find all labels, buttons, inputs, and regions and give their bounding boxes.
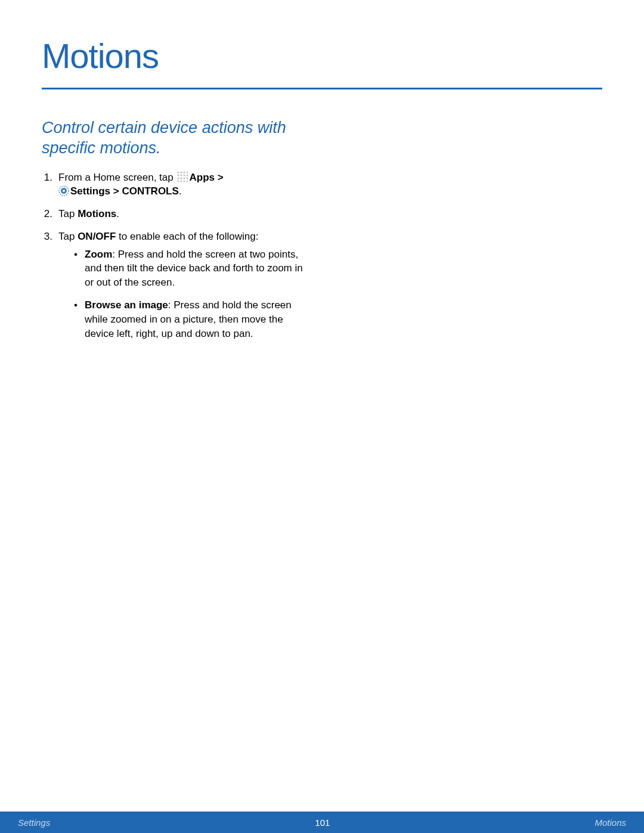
onoff-label: ON/OFF (78, 231, 116, 242)
step-number: 1. (42, 171, 58, 199)
apps-icon (177, 171, 188, 182)
svg-point-6 (184, 174, 185, 176)
svg-point-15 (187, 180, 188, 182)
list-item: • Zoom: Press and hold the screen at two… (74, 247, 304, 290)
step-1: 1. From a Home screen, tap Apps > Settin… (42, 171, 304, 199)
step-body: Tap ON/OFF to enable each of the followi… (58, 230, 304, 349)
bullet-list: • Zoom: Press and hold the screen at two… (58, 247, 304, 341)
period: . (116, 208, 119, 219)
step-text: From a Home screen, tap (58, 172, 176, 183)
instructions: 1. From a Home screen, tap Apps > Settin… (42, 171, 304, 349)
step-number: 2. (42, 207, 58, 221)
gt: > (218, 172, 224, 183)
settings-icon (58, 185, 69, 196)
page-footer: Settings 101 Motions (0, 812, 644, 833)
svg-point-13 (181, 180, 182, 182)
motions-label: Motions (78, 208, 116, 219)
svg-point-11 (187, 177, 188, 179)
step-text-2: to enable each of the following: (116, 231, 258, 242)
svg-point-14 (184, 180, 185, 182)
list-item: • Browse an image: Press and hold the sc… (74, 298, 304, 340)
svg-point-7 (187, 174, 188, 176)
bullet-body: Zoom: Press and hold the screen at two p… (85, 247, 304, 290)
page-title: Motions (42, 36, 602, 76)
svg-point-9 (181, 177, 182, 179)
svg-point-8 (178, 177, 179, 179)
svg-point-1 (181, 171, 182, 173)
bullet-dot: • (74, 247, 85, 290)
period: . (179, 185, 182, 197)
bullet-name: Browse an image (85, 299, 168, 311)
page-content: Motions Control certain device actions w… (0, 0, 644, 349)
settings-label: Settings (70, 185, 113, 197)
step-text: Tap (58, 231, 78, 242)
footer-left: Settings (18, 817, 50, 828)
footer-page-number: 101 (315, 817, 330, 828)
svg-point-12 (178, 180, 179, 182)
apps-label: Apps (189, 172, 217, 183)
title-rule (42, 88, 602, 89)
step-3: 3. Tap ON/OFF to enable each of the foll… (42, 230, 304, 349)
step-body: Tap Motions. (58, 207, 304, 221)
bullet-dot: • (74, 298, 85, 340)
svg-point-18 (63, 190, 65, 192)
step-number: 3. (42, 230, 58, 349)
bullet-name: Zoom (85, 249, 112, 260)
step-body: From a Home screen, tap Apps > Settings … (58, 171, 304, 199)
gt2: > (113, 185, 122, 197)
footer-right: Motions (595, 817, 626, 828)
controls-label: CONTROLS (122, 185, 178, 197)
bullet-body: Browse an image: Press and hold the scre… (85, 298, 304, 340)
svg-point-2 (184, 171, 185, 173)
svg-point-10 (184, 177, 185, 179)
svg-point-4 (178, 174, 179, 176)
step-2: 2. Tap Motions. (42, 207, 304, 221)
bullet-rest: : Press and hold the screen at two point… (85, 249, 303, 289)
step-text: Tap (58, 208, 78, 219)
svg-point-3 (187, 171, 188, 173)
svg-point-5 (181, 174, 182, 176)
svg-point-0 (178, 171, 179, 173)
page-subtitle: Control certain device actions with spec… (42, 118, 304, 159)
